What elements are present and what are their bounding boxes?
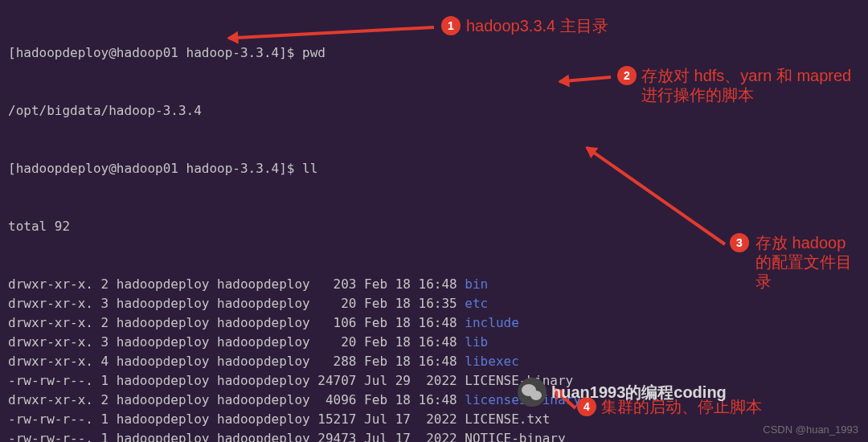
listing-row: drwxr-xr-x. 4 hadoopdeploy hadoopdeploy … <box>8 352 860 371</box>
listing-output: drwxr-xr-x. 2 hadoopdeploy hadoopdeploy … <box>8 275 860 442</box>
file-meta: drwxr-xr-x. 3 hadoopdeploy hadoopdeploy … <box>8 296 465 311</box>
shell-prompt: [hadoopdeploy@hadoop01 hadoop-3.3.4]$ <box>8 45 302 60</box>
badge-1: 1 <box>441 16 461 35</box>
listing-row: drwxr-xr-x. 2 hadoopdeploy hadoopdeploy … <box>8 275 860 294</box>
file-meta: -rw-rw-r--. 1 hadoopdeploy hadoopdeploy … <box>8 373 465 388</box>
directory-name: libexec <box>465 354 518 369</box>
file-meta: -rw-rw-r--. 1 hadoopdeploy hadoopdeploy … <box>8 431 465 442</box>
listing-row: -rw-rw-r--. 1 hadoopdeploy hadoopdeploy … <box>8 429 860 442</box>
file-meta: drwxr-xr-x. 4 hadoopdeploy hadoopdeploy … <box>8 354 465 369</box>
csdn-watermark: CSDN @huan_1993 <box>763 422 858 438</box>
file-meta: drwxr-xr-x. 2 hadoopdeploy hadoopdeploy … <box>8 315 465 330</box>
directory-name: lib <box>465 334 488 350</box>
badge-3: 3 <box>730 233 749 252</box>
wechat-icon <box>518 378 547 407</box>
wechat-watermark: huan1993的编程coding <box>518 378 727 407</box>
listing-row: -rw-rw-r--. 1 hadoopdeploy hadoopdeploy … <box>8 371 860 391</box>
directory-name: bin <box>465 276 488 292</box>
annotation-2: 存放对 hdfs、yarn 和 mapred 进行操作的脚本 <box>641 66 854 104</box>
annotation-1: hadoop3.3.4 主目录 <box>466 16 608 35</box>
wechat-text: huan1993的编程coding <box>551 380 727 404</box>
command-pwd: pwd <box>302 45 326 60</box>
badge-2: 2 <box>617 66 637 85</box>
file-meta: drwxr-xr-x. 2 hadoopdeploy hadoopdeploy … <box>8 276 465 292</box>
file-name: NOTICE-binary <box>465 431 565 442</box>
listing-row: drwxr-xr-x. 2 hadoopdeploy hadoopdeploy … <box>8 313 860 333</box>
listing-row: drwxr-xr-x. 3 hadoopdeploy hadoopdeploy … <box>8 333 860 352</box>
file-meta: -rw-rw-r--. 1 hadoopdeploy hadoopdeploy … <box>8 411 465 427</box>
command-ll: ll <box>302 161 317 176</box>
pwd-output: /opt/bigdata/hadoop-3.3.4 <box>8 103 202 118</box>
file-meta: drwxr-xr-x. 3 hadoopdeploy hadoopdeploy … <box>8 334 465 350</box>
directory-name: include <box>465 315 518 330</box>
listing-row: drwxr-xr-x. 3 hadoopdeploy hadoopdeploy … <box>8 294 860 313</box>
annotation-3: 存放 hadoop 的配置文件目录 <box>755 233 864 291</box>
total-line: total 92 <box>8 219 70 234</box>
directory-name: etc <box>465 296 488 311</box>
file-name: LICENSE.txt <box>465 411 550 427</box>
shell-prompt: [hadoopdeploy@hadoop01 hadoop-3.3.4]$ <box>8 161 302 176</box>
file-meta: drwxr-xr-x. 2 hadoopdeploy hadoopdeploy … <box>8 392 465 407</box>
